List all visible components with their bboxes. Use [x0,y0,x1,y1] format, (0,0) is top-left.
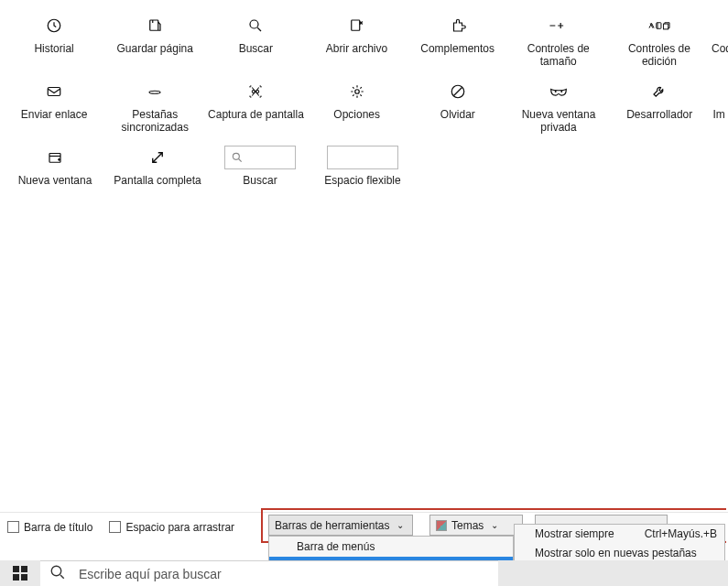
item-synced-tabs[interactable]: Pestañas sincronizadas [104,75,205,141]
windows-logo-icon [13,566,27,581]
checkbox-title-bar[interactable]: Barra de título [7,521,92,534]
svg-rect-6 [48,88,60,96]
save-page-icon [106,13,203,38]
item-label: Espacio flexible [313,174,412,187]
svg-rect-18 [13,566,19,572]
svg-point-12 [354,90,359,94]
mail-icon [5,79,103,104]
taskbar-search[interactable]: Escribe aquí para buscar [40,560,498,586]
item-addons[interactable]: Complementos [407,9,508,75]
wrench-icon [611,79,708,104]
item-label: Complementos [409,42,506,55]
svg-rect-19 [21,566,27,572]
menu-item-menubar[interactable]: Barra de menús [269,537,513,557]
item-search-box[interactable]: Buscar [209,141,311,194]
item-label: Enviar enlace [5,108,103,121]
item-label: Controles de tamaño [510,42,607,68]
item-label: Pestañas sincronizadas [106,108,203,134]
item-find[interactable]: Buscar [205,9,306,75]
item-label: Nueva ventana [5,174,104,187]
items-row: Historial Guardar página Buscar Abrir ar… [4,9,728,75]
item-label: Im [712,108,726,121]
encoding-icon [712,13,726,38]
screenshot-icon [207,79,304,104]
chevron-down-icon: ⌄ [491,520,498,530]
item-private-window[interactable]: Nueva ventana privada [508,75,609,141]
customize-items-grid: Historial Guardar página Buscar Abrir ar… [0,0,728,194]
item-label: Nueva ventana privada [510,108,607,134]
svg-point-15 [560,91,562,92]
svg-point-9 [153,88,157,90]
item-print[interactable]: Im [710,75,728,141]
item-label: Opciones [309,108,406,121]
item-screenshot[interactable]: Captura de pantalla [205,75,306,141]
item-label: Historial [5,42,103,55]
menu-item-always-show[interactable]: Mostrar siempre Ctrl+Mayús.+B [515,525,724,544]
search-icon [207,13,304,38]
item-history[interactable]: Historial [4,9,104,75]
svg-rect-20 [13,574,19,581]
checkbox-drag-space[interactable]: Espacio para arrastrar [109,521,234,534]
fullscreen-icon [108,145,207,170]
item-zoom-controls[interactable]: Controles de tamaño [508,9,609,75]
item-developer[interactable]: Desarrollador [609,75,710,141]
svg-rect-1 [150,20,158,30]
themes-icon [436,520,447,531]
gear-icon [309,79,406,104]
item-save-page[interactable]: Guardar página [104,9,205,75]
menu-item-label: Mostrar siempre [535,527,614,540]
item-edit-controls[interactable]: Controles de edición [609,9,710,75]
dropdown-themes[interactable]: Temas ⌄ [429,515,523,536]
search-placeholder: Escribe aquí para buscar [79,567,222,581]
item-label: Codif [712,42,726,55]
windows-taskbar: Escribe aquí para buscar [0,560,728,586]
item-email-link[interactable]: Enviar enlace [4,75,104,141]
svg-rect-5 [663,24,668,29]
dropdown-toolbars[interactable]: Barras de herramientas ⌄ [268,515,413,536]
search-icon [49,564,66,583]
clock-icon [5,13,103,38]
menu-item-label: Barra de menús [297,540,375,553]
start-button[interactable] [0,560,40,586]
svg-point-7 [149,91,160,93]
chevron-down-icon: ⌄ [397,520,404,530]
item-flexible-space[interactable]: Espacio flexible [311,141,414,194]
item-label: Abrir archivo [308,42,405,55]
checkbox-label: Barra de título [24,521,92,534]
checkbox-label: Espacio para arrastrar [125,521,234,534]
forget-icon [409,79,506,104]
item-encoding[interactable]: Codif [710,9,728,75]
svg-point-22 [51,566,61,576]
print-icon [712,79,726,104]
item-fullscreen[interactable]: Pantalla completa [106,141,209,194]
item-label: Captura de pantalla [207,108,304,121]
item-label: Guardar página [106,42,203,55]
item-label: Buscar [211,174,310,187]
item-open-file[interactable]: Abrir archivo [306,9,407,75]
checkbox-box-icon [109,521,121,533]
item-new-window[interactable]: Nueva ventana [4,141,106,194]
item-label: Desarrollador [611,108,708,121]
edit-tools-icon [611,13,708,38]
items-row: Enviar enlace Pestañas sincronizadas Cap… [4,75,728,141]
synced-tabs-icon [106,79,203,104]
item-label: Olvidar [409,108,506,121]
items-row: Nueva ventana Pantalla completa Buscar E… [4,141,728,194]
menu-item-shortcut: Ctrl+Mayús.+B [645,525,717,544]
item-options[interactable]: Opciones [307,75,407,141]
item-forget[interactable]: Olvidar [407,75,508,141]
dropdown-label: Barras de herramientas [275,519,389,532]
mask-icon [510,79,607,104]
checkbox-box-icon [7,521,19,533]
svg-rect-3 [352,20,360,30]
svg-rect-4 [657,23,661,29]
item-label: Buscar [207,42,304,55]
dropdown-label: Temas [451,519,484,532]
zoom-icon [510,13,607,38]
svg-point-17 [233,153,239,159]
svg-rect-21 [21,574,27,581]
file-open-icon [308,13,405,38]
item-label: Controles de edición [611,42,708,68]
new-window-icon [5,145,104,170]
svg-point-2 [250,20,258,28]
